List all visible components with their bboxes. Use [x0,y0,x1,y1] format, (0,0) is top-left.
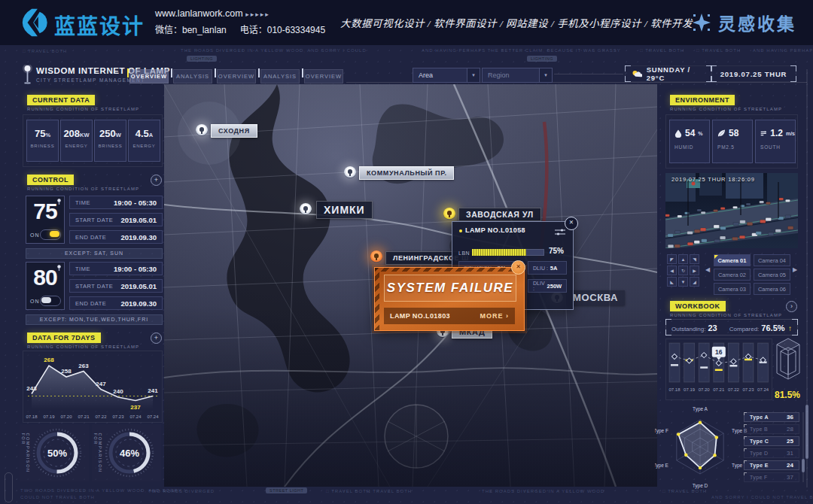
svg-text:07.19: 07.19 [43,414,55,419]
start-date-row[interactable]: START DATE2019.05.01 [69,279,163,293]
camera-05-button[interactable]: Camera 05 [754,269,790,281]
camera-04-button[interactable]: Camera 04 [754,254,790,266]
decor-text: COULD NOT TRAVEL BOTH [20,495,95,499]
camera-feed[interactable] [665,173,798,248]
comparison-gauge-2: COMPARISON FOR 46% [92,424,161,481]
map-label[interactable]: ЗАВОДСКАЯ УЛ [458,208,541,221]
map-pin-skhodnya[interactable] [196,124,208,136]
camera-scene [665,173,798,248]
schedule-toggle-1[interactable] [40,229,61,240]
tab-analysis-2[interactable]: ANALYSIS [260,69,300,83]
pan-right-button[interactable]: ▶ [690,266,699,275]
tab-overview-2[interactable]: OVERVIEW [217,69,256,83]
camera-prev-icon[interactable]: ◀ [705,266,710,273]
list-scrollbar-thumb[interactable] [802,459,805,472]
svg-text:07.24: 07.24 [129,414,142,419]
wind-icon [760,129,767,138]
decor-text: LIGHTING [527,56,557,62]
camera-03-button[interactable]: Camera 03 [714,283,751,295]
decor-text: □ TRAVEL BOTH [696,48,741,53]
camera-02-button[interactable]: Camera 02 [714,269,751,281]
lbn-label: LBN [458,250,470,256]
svg-text:263: 263 [78,363,89,369]
decor-text: □ TRAVEL BOTH [23,49,67,53]
pan-up-left-button[interactable]: ◤ [667,254,677,264]
time-row[interactable]: TIME19:00 - 05:30 [69,262,163,275]
map-pin-kommunalny[interactable] [344,166,356,178]
camera-06-button[interactable]: Camera 06 [754,283,790,295]
area-select[interactable]: Area ▾ [413,68,480,83]
week-line-chart: 24326825826324724023724107.1807.1907.200… [25,352,160,421]
tab-overview-3[interactable]: OVERVIEW [304,69,343,83]
pan-down-button[interactable]: ▼ [678,277,688,287]
inspiration-collect[interactable]: 灵感收集 [691,0,796,45]
lbn-progress-fill [472,249,526,256]
sliders-icon[interactable] [555,229,565,235]
brightness-level-box-2: 80 ON [26,262,65,310]
main-scrollbar-thumb[interactable] [805,405,808,459]
map-pin-leningradskoe[interactable] [370,250,382,263]
current-data-subtitle: RUNNING CONDITION OF STREETLAMP [27,107,139,111]
region-select[interactable]: Region ▾ [482,68,553,83]
lamp-icon [56,199,62,205]
map-pin-khimki[interactable] [300,203,312,215]
camera-01-button[interactable]: Camera 01 [714,254,751,266]
map-label[interactable]: ХИМКИ [316,201,373,219]
type-row-f[interactable]: Type F37 [744,472,799,482]
time-row[interactable]: TIME19:00 - 05:30 [69,196,163,209]
start-date-row[interactable]: START DATE2019.05.01 [69,213,163,226]
end-date-row[interactable]: END DATE2019.09.30 [69,296,163,310]
droplet-icon [674,129,682,138]
svg-text:07.20: 07.20 [699,387,711,392]
chevron-down-icon[interactable]: ▾ [467,68,480,82]
top-banner: 蓝蓝设计 www.lanlanwork.com ▸▸▸▸▸ 微信：ben_lan… [0,0,813,45]
pan-up-button[interactable]: ▲ [678,254,688,264]
tab-overview-1[interactable]: OVERVIEW [129,69,169,83]
except-days: EXCEPT: MON,TUE,WED,THUR,FRI [26,314,163,325]
add-week-button[interactable]: + [151,332,162,344]
weather-text: SUNNDAY / 29°C [647,65,705,82]
type-row-b[interactable]: Type B28 [744,424,799,434]
pan-down-left-button[interactable]: ◣ [667,277,677,287]
lbn-progress-bar [472,249,544,256]
type-row-e[interactable]: Type E24 [744,460,799,470]
cube-icon [775,337,801,385]
map-label[interactable]: СХОДНЯ [211,124,257,138]
camera-next-icon[interactable]: ▶ [793,266,797,273]
map-label[interactable]: МОСКВА [566,290,625,305]
svg-text:241: 241 [148,387,158,394]
date-text: 2019.07.25 THUR [720,70,787,78]
decor-text: □ TRAVEL BOTH [367,489,412,493]
end-date-row[interactable]: END DATE2019.09.30 [69,230,163,244]
map-pin-zavodskaya[interactable] [443,208,455,220]
svg-text:Type F: Type F [655,428,668,434]
close-icon[interactable]: ✕ [511,260,525,275]
svg-text:07.19: 07.19 [684,387,696,392]
close-icon[interactable]: ✕ [565,217,578,230]
schedule-toggle-2[interactable] [40,296,61,306]
stat-card-briness: 75% BRINESS [26,120,59,162]
tab-analysis-1[interactable]: ANALYSIS [173,69,212,83]
comparison-gauge-1: COMPARISON FOR 50% [20,424,89,481]
rotate-icon[interactable]: ↻ [678,266,688,275]
type-row-c[interactable]: Type C25 [744,436,799,446]
pan-up-right-button[interactable]: ◥ [690,254,699,264]
more-button[interactable]: MORE › [480,312,510,320]
streetlamp-icon [22,65,33,85]
type-row-a[interactable]: Type A36 [744,412,799,422]
map-label[interactable]: КОММУНАЛЬНЫЙ ПР. [359,166,454,180]
website-url[interactable]: www.lanlanwork.com [155,8,243,19]
type-row-d[interactable]: Type D31 [744,448,799,458]
svg-text:07.23: 07.23 [112,414,124,419]
pan-left-button[interactable]: ◀ [667,266,677,275]
svg-text:07.22: 07.22 [728,387,740,392]
toggle-knob [50,231,59,237]
add-control-button[interactable]: + [151,175,162,186]
gauge-side-label: COMPARISON FOR [93,433,102,472]
svg-text:Type E: Type E [655,463,669,469]
pan-down-right-button[interactable]: ◢ [690,277,699,287]
chevron-down-icon[interactable]: ▾ [539,68,552,82]
system-failure-popup: SYSTEM FAILURE LAMP NO.L01803 MORE › ✕ [374,267,525,331]
workbook-more-button[interactable]: › [786,301,797,312]
phone-contact: 电话：010-63334945 [240,25,325,35]
